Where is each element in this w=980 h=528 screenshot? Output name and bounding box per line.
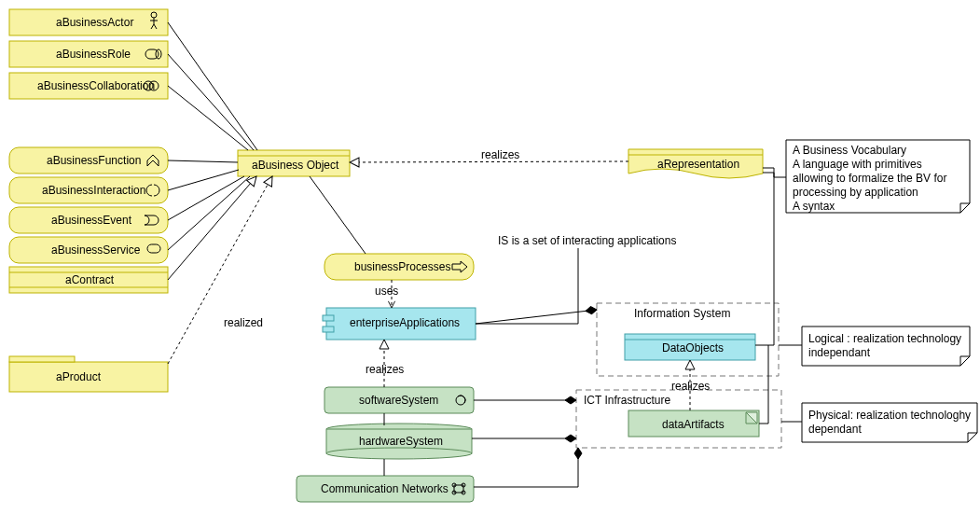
label: aBusinessActor [56, 16, 133, 29]
edge-repr-da [759, 345, 768, 424]
node-data-objects: DataObjects [625, 334, 755, 360]
label: Communication Networks [321, 482, 449, 495]
label: businessProcesses [354, 260, 450, 273]
node-business-collaboration: aBusinessCollaboration [9, 73, 168, 99]
edge-contract-bo [168, 176, 256, 280]
label: aContract [65, 273, 115, 286]
label: A syntax [793, 200, 835, 213]
label: Physical: realization technologhy [808, 409, 971, 422]
label: aBusinessInteraction [42, 184, 145, 197]
label: Logical : realization technology [808, 332, 961, 345]
label: aRepresentation [657, 158, 739, 171]
edge-label-realizes-da: realizes [671, 380, 710, 393]
edge-label-uses: uses [375, 285, 398, 298]
edge-ea-isnote [476, 248, 578, 324]
label: aBusinessEvent [51, 214, 132, 227]
edge-function-bo [168, 160, 238, 162]
label: aBusinessService [51, 243, 141, 257]
label: aBusiness Object [252, 159, 339, 172]
node-product: aProduct [9, 356, 168, 392]
label: DataObjects [662, 341, 724, 354]
label: allowing to formalize the BV for [793, 172, 946, 185]
label: independant [808, 346, 871, 359]
label: hardwareSystem [359, 435, 443, 448]
node-communication-networks: Communication Networks [297, 476, 474, 502]
edge-label-realizes-sw: realizes [366, 363, 404, 376]
label: dependant [808, 423, 862, 436]
edge-role-bo [168, 54, 254, 150]
archimate-diagram: aBusinessActor aBusinessRole aBusinessCo… [0, 0, 980, 528]
note-representation: A Business Vocabulary A language with pr… [786, 140, 970, 213]
node-contract: aContract [9, 267, 168, 293]
component-icon [323, 327, 334, 332]
label: dataArtifacts [662, 418, 725, 431]
edge-label-realizes: realizes [481, 148, 519, 161]
node-hardware-system: hardwareSystem [326, 424, 472, 459]
edge-repr-do [755, 173, 774, 345]
label: A language with primitives [793, 158, 922, 171]
svg-rect-20 [9, 356, 75, 362]
label: aBusinessRole [56, 48, 131, 61]
edge-collab-bo [168, 86, 248, 150]
edge-label-realized: realized [224, 316, 263, 329]
node-data-artifacts: dataArtifacts [628, 410, 759, 437]
label: aBusinessFunction [47, 154, 141, 167]
note-physical: Physical: realization technologhy depend… [802, 403, 977, 442]
label: aProduct [56, 370, 102, 383]
edge-repr-bo-realizes [350, 161, 628, 162]
edge-actor-bo [168, 22, 257, 150]
label: ICT Infrastructure [584, 394, 670, 407]
label: enterpriseApplications [350, 316, 460, 329]
note-is-set: IS is a set of interacting applications [498, 234, 676, 247]
label: softwareSystem [359, 394, 438, 407]
edge-event-bo [168, 176, 244, 220]
edge-interaction-bo [168, 170, 239, 190]
node-business-actor: aBusinessActor [9, 9, 168, 35]
node-software-system: softwareSystem [324, 387, 474, 413]
note-logical: Logical : realization technology indepen… [802, 327, 970, 366]
edge-product-bo-realized [168, 176, 272, 364]
node-business-interaction: aBusinessInteraction [9, 177, 168, 203]
node-enterprise-applications: enterpriseApplications [323, 308, 476, 340]
node-business-service: aBusinessService [9, 237, 168, 263]
node-representation: aRepresentation [628, 149, 763, 178]
edge-bo-bp [310, 176, 366, 254]
node-business-role: aBusinessRole [9, 41, 168, 67]
label: processing by application [793, 186, 918, 199]
label: aBusinessCollaboration [37, 79, 155, 92]
edge-ict-cn [474, 448, 578, 487]
node-business-object: aBusiness Object [238, 150, 350, 176]
node-business-function: aBusinessFunction [9, 147, 168, 174]
node-business-processes: businessProcesses [324, 254, 474, 280]
component-icon [323, 315, 334, 321]
node-business-event: aBusinessEvent [9, 207, 168, 233]
svg-point-29 [326, 448, 472, 459]
label: A Business Vocabulary [793, 144, 906, 157]
label: Information System [634, 307, 730, 320]
